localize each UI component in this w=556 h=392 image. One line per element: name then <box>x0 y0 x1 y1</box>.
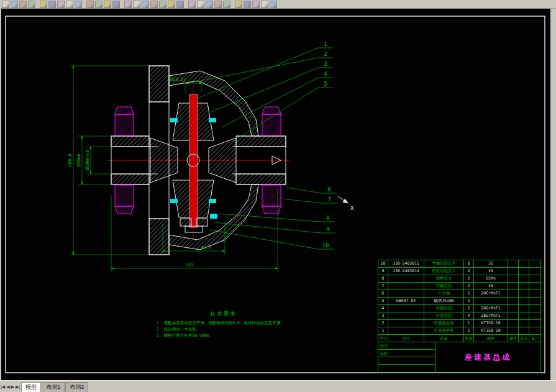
section-view-marker: X <box>338 196 354 211</box>
table-cell <box>529 290 540 298</box>
table-row: 9J30-2403014行星齿轮垫片435 <box>378 268 540 275</box>
table-cell: 20CrMnTi <box>474 290 508 298</box>
tab-model[interactable]: 模型 <box>21 382 41 392</box>
table-cell: KT350-10 <box>474 327 508 335</box>
ortho-icon[interactable] <box>261 1 268 8</box>
copy-icon[interactable] <box>48 1 56 8</box>
dim-overall-width: 193 <box>186 263 194 268</box>
rectangle-icon[interactable] <box>159 1 166 8</box>
title-block: 设计 审核 差速器总成 <box>378 342 540 373</box>
table-row: 2差速器左壳1KT350-10 <box>378 320 540 327</box>
pan-icon[interactable] <box>104 1 111 8</box>
title-block-signoff: 设计 审核 <box>378 342 435 373</box>
redo-icon[interactable] <box>75 1 82 8</box>
table-cell: 2 <box>464 290 474 298</box>
table-cell <box>529 275 540 283</box>
table-cell <box>508 260 519 268</box>
table-cell: 2 <box>464 275 474 283</box>
table-cell <box>388 290 424 298</box>
tech-requirement-line: 2. 锐边倒钝，去毛刺。 <box>157 326 290 332</box>
table-row: 6十字轴220CrMnTi <box>378 290 540 298</box>
table-row: 5GBE97-84轴承7510E2 <box>378 298 540 305</box>
table-cell: 7 <box>378 283 388 290</box>
save-icon[interactable] <box>19 1 27 8</box>
hatch-icon[interactable] <box>168 1 175 8</box>
arc-icon[interactable] <box>150 1 158 8</box>
layers-icon[interactable] <box>112 1 120 8</box>
drawing-title-cell: 差速器总成 <box>435 342 540 373</box>
tab-nav-first-icon[interactable]: |◀ <box>1 385 5 390</box>
table-header-cell: 材料 <box>474 335 508 342</box>
tab-layout1[interactable]: 布局1 <box>42 382 65 392</box>
parts-list-table: 10J30-2403015半轴齿轮垫片8359J30-2403014行星齿轮垫片… <box>378 260 541 373</box>
new-icon[interactable] <box>2 1 9 8</box>
callout-10: 10 <box>322 242 329 248</box>
line-icon[interactable] <box>124 1 132 8</box>
print-icon[interactable] <box>28 1 35 8</box>
osnap-icon[interactable] <box>244 1 251 8</box>
tab-nav-last-icon[interactable]: ▶| <box>16 385 20 390</box>
table-cell: J30-2403015 <box>388 260 424 268</box>
table-cell: 4 <box>464 312 474 320</box>
zoom-out-icon[interactable] <box>95 1 103 8</box>
toolbar-separator <box>83 0 86 7</box>
table-cell: 5 <box>378 298 388 305</box>
table-cell: 轴承7510E <box>424 298 464 305</box>
rotate-icon[interactable] <box>206 1 213 8</box>
paste-icon[interactable] <box>57 1 65 8</box>
table-cell: 2 <box>464 305 474 312</box>
undo-icon[interactable] <box>66 1 73 8</box>
table-cell <box>529 320 540 327</box>
table-cell <box>508 298 519 305</box>
table-header-cell: 总计 <box>519 335 529 342</box>
table-header-cell: 备注 <box>529 335 540 342</box>
table-cell: KT350-10 <box>474 320 508 327</box>
signoff-label: 审核 <box>378 350 435 357</box>
erase-icon[interactable] <box>223 1 230 8</box>
help-icon[interactable] <box>270 1 277 8</box>
differential-assembly <box>107 66 290 255</box>
table-cell <box>519 290 529 298</box>
open-icon[interactable] <box>11 1 18 8</box>
table-cell: 行星齿轮 <box>424 312 464 320</box>
table-cell <box>388 320 424 327</box>
table-cell: 4 <box>464 268 474 275</box>
table-cell <box>529 327 540 335</box>
table-cell <box>508 312 519 320</box>
table-cell <box>519 320 529 327</box>
table-row: 10J30-2403015半轴齿轮垫片835 <box>378 260 540 268</box>
table-row: 8调整垫片265Mn <box>378 275 540 283</box>
properties-icon[interactable] <box>235 1 242 8</box>
table-header-cell: 数量 <box>464 335 474 342</box>
dim-top-diameter: Ø28.37 <box>170 77 186 82</box>
table-cell <box>508 275 519 283</box>
tab-layout2[interactable]: 布局2 <box>65 382 88 392</box>
table-cell <box>508 327 519 335</box>
table-cell <box>388 312 424 320</box>
callout-4: 4 <box>324 71 327 77</box>
move-icon[interactable] <box>197 1 204 8</box>
table-cell <box>519 268 529 275</box>
tech-requirements-title: 技术要求 <box>157 311 290 318</box>
tab-nav-next-icon[interactable]: ▶ <box>11 385 14 390</box>
table-cell: 35 <box>474 260 508 268</box>
table-cell: 8 <box>464 260 474 268</box>
table-cell: 差速器左壳 <box>424 320 464 327</box>
drawing-canvas[interactable]: 200.0 Ø58m6 Ø58H8/e8 64.5 193 Ø28.37 <box>1 9 550 380</box>
callout-1: 1 <box>324 41 327 47</box>
circle-icon[interactable] <box>142 1 149 8</box>
table-header-cell: 名称 <box>424 335 464 342</box>
tab-nav-prev-icon[interactable]: ◀ <box>6 385 9 390</box>
table-cell <box>519 298 529 305</box>
mirror-icon[interactable] <box>214 1 222 8</box>
polyline-icon[interactable] <box>133 1 140 8</box>
table-cell <box>529 312 540 320</box>
text-icon[interactable] <box>176 1 184 8</box>
dimension-icon[interactable] <box>188 1 196 8</box>
zoom-in-icon[interactable] <box>86 1 94 8</box>
table-cell <box>508 305 519 312</box>
grid-icon[interactable] <box>252 1 260 8</box>
cut-icon[interactable] <box>40 1 47 8</box>
callout-2: 2 <box>324 51 327 57</box>
table-cell: 调整垫片 <box>424 275 464 283</box>
